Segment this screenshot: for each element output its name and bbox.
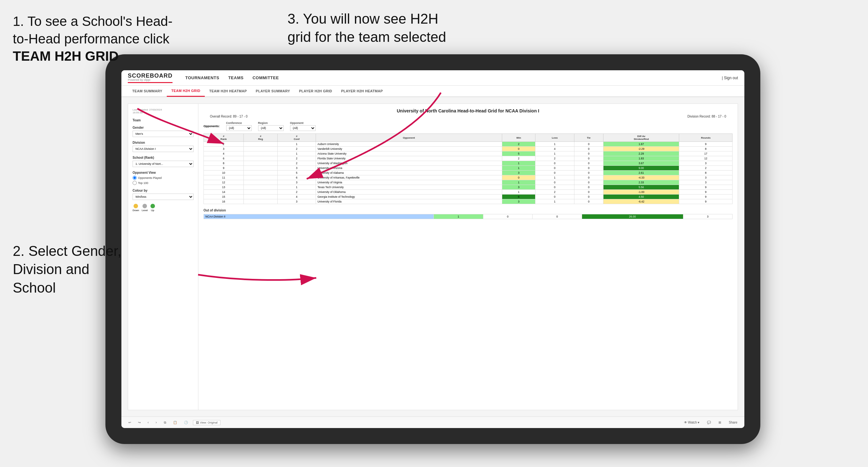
out-division-win: 1: [434, 214, 483, 219]
grid-records: Overall Record: 89 - 17 - 0 Division Rec…: [204, 115, 733, 118]
cell-reg: [243, 142, 278, 147]
colour-by-select[interactable]: Win/loss: [132, 193, 194, 200]
sub-nav-player-h2h-heatmap[interactable]: PLAYER H2H HEATMAP: [337, 85, 388, 97]
sub-nav-player-h2h-grid[interactable]: PLAYER H2H GRID: [294, 85, 337, 97]
logo: SCOREBOARD Powered by clippi: [128, 73, 173, 83]
school-label: School (Rank): [132, 156, 194, 159]
region-filter-select[interactable]: (All): [258, 125, 284, 131]
cell-rank: 8: [204, 161, 244, 166]
bottom-toolbar: ↩ ↪ ‹ › ⧉ 📋 🕐 🖼 View: Original 👁 Watch ▾…: [121, 416, 744, 428]
nav-tournaments[interactable]: TOURNAMENTS: [185, 75, 219, 80]
cell-rounds: 3: [679, 180, 733, 185]
cell-reg: [243, 185, 278, 190]
cell-rank: 10: [204, 170, 244, 175]
cell-tie: 0: [574, 199, 603, 204]
cell-conf: 4: [278, 194, 316, 199]
out-division-table: NCAA Division II 1 0 0 26.00 3: [204, 214, 733, 219]
view-selector[interactable]: 🖼 View: Original: [193, 420, 220, 425]
redo-button[interactable]: ↪: [136, 420, 143, 425]
cell-reg: [243, 199, 278, 204]
division-record: Division Record: 88 - 17 - 0: [687, 115, 726, 118]
copy-button[interactable]: ⧉: [162, 420, 168, 425]
sub-nav-team-h2h-grid[interactable]: TEAM H2H GRID: [167, 85, 205, 97]
sub-nav-team-summary[interactable]: TEAM SUMMARY: [128, 85, 167, 97]
opponent-view-section: Opponent View Opponents Played Top 100: [132, 171, 194, 185]
cell-rounds: 9: [679, 142, 733, 147]
cell-tie: 0: [574, 170, 603, 175]
cell-loss: 1: [535, 199, 574, 204]
tablet-bezel: SCOREBOARD Powered by clippi TOURNAMENTS…: [105, 54, 760, 444]
opponent-view-radios: Opponents Played Top 100: [132, 176, 194, 185]
annotation-1: 1. To see a School's Head- to-Head perfo…: [13, 13, 192, 65]
col-rank: #Rank: [204, 134, 244, 142]
region-filter-label: Region: [258, 121, 284, 125]
cell-conf: 2: [278, 161, 316, 166]
h2h-table: #Rank #Reg #Conf Opponent Win Loss Tie D…: [204, 133, 733, 204]
col-reg: #Reg: [243, 134, 278, 142]
cell-diff: 5.56: [603, 185, 679, 190]
out-division-diff: 26.00: [582, 214, 683, 219]
nav-teams[interactable]: TEAMS: [228, 75, 243, 80]
cell-rounds: 9: [679, 199, 733, 204]
sub-nav-player-summary[interactable]: PLAYER SUMMARY: [251, 85, 294, 97]
cell-win: 1: [502, 161, 535, 166]
conference-filter-label: Conference: [226, 121, 252, 125]
region-filter: Region (All): [258, 121, 284, 131]
cell-tie: 0: [574, 161, 603, 166]
cell-reg: [243, 175, 278, 180]
cell-loss: 0: [535, 194, 574, 199]
school-select[interactable]: 1. University of Nort...: [132, 161, 194, 167]
cell-diff: -4.33: [603, 175, 679, 180]
cell-tie: 0: [574, 156, 603, 161]
cell-tie: 0: [574, 185, 603, 190]
col-tie: Tie: [574, 134, 603, 142]
gender-select[interactable]: Men's: [132, 131, 194, 137]
cell-loss: 1: [535, 142, 574, 147]
out-division-loss: 0: [483, 214, 532, 219]
sign-out-link[interactable]: | Sign out: [722, 76, 738, 80]
cell-opponent: University of Florida: [316, 199, 502, 204]
watch-button[interactable]: 👁 Watch ▾: [682, 420, 702, 425]
cell-win: 1: [502, 180, 535, 185]
layout-button[interactable]: ⊞: [717, 420, 723, 425]
cell-rounds: 3: [679, 175, 733, 180]
cell-rounds: 3: [679, 161, 733, 166]
division-section: Division NCAA Division I: [132, 141, 194, 152]
cell-rank: 12: [204, 180, 244, 185]
table-row: 16 3 University of Florida 3 1 0 -6.42 9: [204, 199, 733, 204]
back-button[interactable]: ‹: [146, 420, 151, 425]
nav-committee[interactable]: COMMITTEE: [252, 75, 279, 80]
clock-button[interactable]: 🕐: [182, 420, 190, 425]
forward-button[interactable]: ›: [154, 420, 158, 425]
col-diff: Diff AvStrokes/Rnd: [603, 134, 679, 142]
table-body: 2 1 Auburn University 2 1 0 1.67 9 3 2 V…: [204, 142, 733, 204]
cell-opponent: Texas Tech University: [316, 185, 502, 190]
cell-diff: 1.67: [603, 142, 679, 147]
table-row: 9 3 University of Arizona 1 0 0 9.00 2: [204, 166, 733, 170]
annotation-2: 2. Select Gender, Division and School: [13, 224, 147, 297]
table-row: 3 2 Vanderbilt University 0 4 0 -2.29 8: [204, 147, 733, 151]
cell-loss: 0: [535, 185, 574, 190]
sub-nav-team-h2h-heatmap[interactable]: TEAM H2H HEATMAP: [205, 85, 251, 97]
cell-loss: 0: [535, 161, 574, 166]
table-row: 8 2 University of Washington 1 0 0 3.67 …: [204, 161, 733, 166]
table-row: 15 4 Georgia Institute of Technology 6 0…: [204, 194, 733, 199]
radio-top100[interactable]: Top 100: [132, 181, 194, 185]
cell-reg: [243, 147, 278, 151]
colour-by-section: Colour by Win/loss: [132, 189, 194, 200]
undo-button[interactable]: ↩: [126, 420, 133, 425]
opponent-filter-select[interactable]: (All): [290, 125, 316, 131]
out-division-row: NCAA Division II 1 0 0 26.00 3: [204, 214, 733, 219]
conference-filter-select[interactable]: (All): [226, 125, 252, 131]
division-select[interactable]: NCAA Division I: [132, 146, 194, 152]
share-button[interactable]: Share: [727, 420, 739, 425]
paste-button[interactable]: 📋: [171, 420, 179, 425]
comment-button[interactable]: 💬: [705, 420, 713, 425]
cell-conf: 1: [278, 185, 316, 190]
cell-win: 3: [502, 185, 535, 190]
cell-loss: 2: [535, 190, 574, 194]
radio-opponents-played[interactable]: Opponents Played: [132, 176, 194, 180]
cell-diff: 9.00: [603, 166, 679, 170]
out-division-label: NCAA Division II: [204, 214, 434, 219]
legend-down: Down: [132, 204, 139, 212]
